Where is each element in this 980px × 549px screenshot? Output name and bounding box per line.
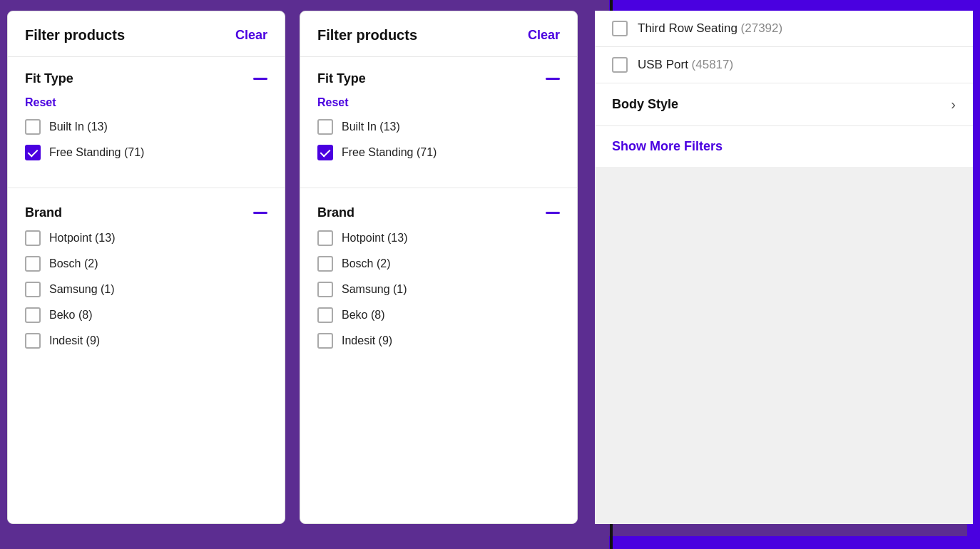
feature-third-row-text: Third Row Seating xyxy=(638,21,741,35)
fit-type-title-1: Fit Type xyxy=(25,71,73,86)
reset-link-fit-2[interactable]: Reset xyxy=(317,96,560,109)
checkbox-input-built-in-2[interactable] xyxy=(317,119,333,135)
checkbox-label-beko-1: Beko (8) xyxy=(49,309,92,322)
checkbox-input-bosch-2[interactable] xyxy=(317,256,333,272)
checkbox-input-built-in-1[interactable] xyxy=(25,119,41,135)
checkbox-label-indesit-1: Indesit (9) xyxy=(49,334,100,347)
feature-usb-port-count: (45817) xyxy=(692,58,734,71)
clear-button-1[interactable]: Clear xyxy=(235,28,267,43)
checkbox-third-row[interactable] xyxy=(612,21,628,36)
checkbox-bosch-1[interactable]: Bosch (2) xyxy=(25,256,267,272)
reset-link-fit-1[interactable]: Reset xyxy=(25,96,267,109)
clear-button-2[interactable]: Clear xyxy=(528,28,560,43)
filter-panel-1: Filter products Clear Fit Type Reset Bui… xyxy=(7,11,285,524)
checkbox-label-beko-2: Beko (8) xyxy=(342,309,384,322)
checkbox-beko-1[interactable]: Beko (8) xyxy=(25,307,267,323)
checkbox-input-beko-2[interactable] xyxy=(317,307,333,323)
show-more-filters-link[interactable]: Show More Filters xyxy=(612,139,723,153)
checkbox-input-samsung-2[interactable] xyxy=(317,282,333,297)
empty-area xyxy=(595,167,973,452)
checkbox-input-indesit-1[interactable] xyxy=(25,333,41,349)
feature-third-row-count: (27392) xyxy=(741,21,783,35)
checkbox-input-hotpoint-1[interactable] xyxy=(25,230,41,246)
checkbox-label-bosch-1: Bosch (2) xyxy=(49,257,98,270)
brand-title-2: Brand xyxy=(317,205,354,220)
checkbox-free-standing-2[interactable]: Free Standing (71) xyxy=(317,145,560,160)
checkbox-hotpoint-2[interactable]: Hotpoint (13) xyxy=(317,230,560,246)
checkbox-label-built-in-1: Built In (13) xyxy=(49,120,108,133)
body-style-label: Body Style xyxy=(612,97,678,112)
checkbox-free-standing-1[interactable]: Free Standing (71) xyxy=(25,145,267,160)
checkbox-bosch-2[interactable]: Bosch (2) xyxy=(317,256,560,272)
filter-header-2: Filter products Clear xyxy=(300,11,577,57)
checkbox-input-bosch-1[interactable] xyxy=(25,256,41,272)
brand-header-1: Brand xyxy=(25,205,267,220)
fit-type-title-2: Fit Type xyxy=(317,71,366,86)
collapse-icon-2[interactable] xyxy=(546,78,560,80)
collapse-icon-brand-1[interactable] xyxy=(253,212,267,214)
checkbox-label-built-in-2: Built In (13) xyxy=(342,120,400,133)
checkbox-input-beko-1[interactable] xyxy=(25,307,41,323)
show-more-row: Show More Filters xyxy=(595,126,973,167)
checkbox-built-in-1[interactable]: Built In (13) xyxy=(25,119,267,135)
collapse-icon-brand-2[interactable] xyxy=(546,212,560,214)
divider-2 xyxy=(300,188,577,188)
checkbox-label-free-standing-1: Free Standing (71) xyxy=(49,146,144,159)
feature-usb-port-text: USB Port xyxy=(638,58,692,71)
checkbox-samsung-1[interactable]: Samsung (1) xyxy=(25,282,267,297)
right-panel: Third Row Seating (27392) USB Port (4581… xyxy=(595,11,973,524)
filter-header-1: Filter products Clear xyxy=(8,11,285,57)
fit-type-header-1: Fit Type xyxy=(25,71,267,86)
checkbox-hotpoint-1[interactable]: Hotpoint (13) xyxy=(25,230,267,246)
feature-usb-port-label: USB Port (45817) xyxy=(638,58,733,72)
checkbox-input-samsung-1[interactable] xyxy=(25,282,41,297)
brand-header-2: Brand xyxy=(317,205,560,220)
checkbox-beko-2[interactable]: Beko (8) xyxy=(317,307,560,323)
feature-usb-port[interactable]: USB Port (45817) xyxy=(595,47,973,83)
checkbox-input-indesit-2[interactable] xyxy=(317,333,333,349)
filter-title-2: Filter products xyxy=(317,27,417,43)
divider-1 xyxy=(8,188,285,188)
checkbox-label-indesit-2: Indesit (9) xyxy=(342,334,392,347)
feature-third-row-label: Third Row Seating (27392) xyxy=(638,21,782,36)
brand-section-2: Brand Hotpoint (13) Bosch (2) Samsung (1… xyxy=(300,191,577,373)
checkbox-label-free-standing-2: Free Standing (71) xyxy=(342,146,437,159)
brand-title-1: Brand xyxy=(25,205,62,220)
filter-panel-2: Filter products Clear Fit Type Reset Bui… xyxy=(300,11,578,524)
checkbox-label-hotpoint-2: Hotpoint (13) xyxy=(342,232,408,245)
checkbox-label-samsung-1: Samsung (1) xyxy=(49,283,115,296)
checkbox-built-in-2[interactable]: Built In (13) xyxy=(317,119,560,135)
brand-section-1: Brand Hotpoint (13) Bosch (2) Samsung (1… xyxy=(8,191,285,373)
checkbox-indesit-2[interactable]: Indesit (9) xyxy=(317,333,560,349)
purple-bottom-border xyxy=(609,536,980,549)
feature-third-row-seating[interactable]: Third Row Seating (27392) xyxy=(595,11,973,47)
checkbox-indesit-1[interactable]: Indesit (9) xyxy=(25,333,267,349)
filter-title-1: Filter products xyxy=(25,27,125,43)
checkbox-input-free-standing-2[interactable] xyxy=(317,145,333,160)
checkbox-input-free-standing-1[interactable] xyxy=(25,145,41,160)
checkbox-samsung-2[interactable]: Samsung (1) xyxy=(317,282,560,297)
checkbox-label-bosch-2: Bosch (2) xyxy=(342,257,390,270)
checkbox-label-hotpoint-1: Hotpoint (13) xyxy=(49,232,116,245)
fit-type-header-2: Fit Type xyxy=(317,71,560,86)
chevron-right-icon: › xyxy=(951,96,956,113)
checkbox-usb-port[interactable] xyxy=(612,57,628,73)
fit-type-section-2: Fit Type Reset Built In (13) Free Standi… xyxy=(300,57,577,185)
collapse-icon-1[interactable] xyxy=(253,78,267,80)
checkbox-input-hotpoint-2[interactable] xyxy=(317,230,333,246)
checkbox-label-samsung-2: Samsung (1) xyxy=(342,283,407,296)
body-style-row[interactable]: Body Style › xyxy=(595,83,973,126)
fit-type-section-1: Fit Type Reset Built In (13) Free Standi… xyxy=(8,57,285,185)
